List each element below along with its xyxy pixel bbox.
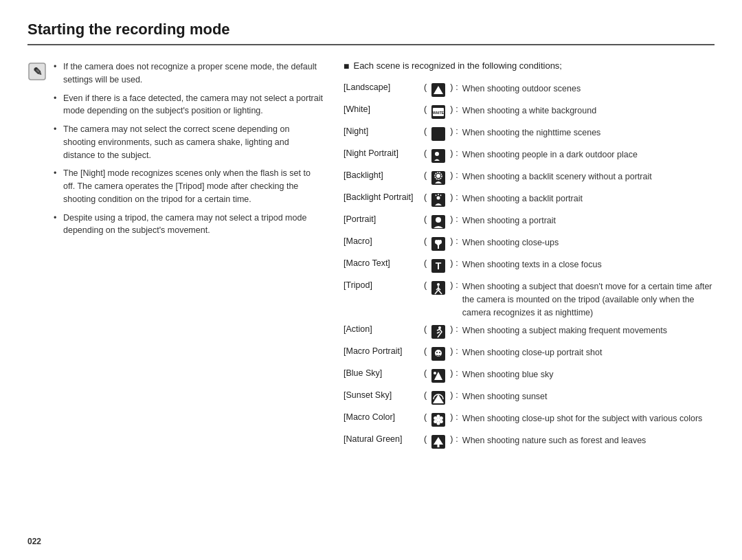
scene-description: When shooting blue sky	[462, 366, 715, 388]
note-item: The [Night] mode recognizes scenes only …	[54, 167, 323, 205]
list-item: [White](WHITE):When shooting a white bac…	[344, 102, 715, 124]
svg-point-39	[439, 352, 440, 353]
svg-point-49	[440, 420, 443, 423]
list-item: [Macro Portrait]():When shooting close-u…	[344, 344, 715, 366]
list-item: [Blue Sky]():When shooting blue sky	[344, 366, 715, 388]
scene-label: [Sunset Sky]	[344, 388, 423, 410]
scene-mode-icon	[428, 80, 449, 102]
scene-mode-icon	[428, 124, 449, 146]
scene-mode-icon	[428, 212, 449, 234]
scene-mode-icon	[428, 278, 449, 322]
scene-description: When shooting close-ups	[462, 234, 715, 256]
list-item: [Backlight]():When shooting a backlit sc…	[344, 168, 715, 190]
scene-description: When shooting a white background	[462, 102, 715, 124]
note-item: Despite using a tripod, the camera may n…	[54, 212, 323, 238]
scene-label: [Natural Green]	[344, 432, 423, 453]
right-column: ■ Each scene is recognized in the follow…	[344, 60, 715, 453]
list-item: [Natural Green]():When shooting nature s…	[344, 432, 715, 453]
svg-rect-24	[438, 245, 439, 249]
svg-line-16	[440, 195, 441, 197]
scene-label: [Backlight Portrait]	[344, 190, 423, 212]
scene-label: [Macro Color]	[344, 410, 423, 432]
svg-point-28	[437, 283, 440, 286]
scene-description: When shooting nature such as forest and …	[462, 432, 715, 453]
list-item: [Portrait]():When shooting a portrait	[344, 212, 715, 234]
list-item: [Night Portrait]():When shooting people …	[344, 146, 715, 168]
list-item: [Macro Color]():When shooting close-up s…	[344, 410, 715, 432]
svg-point-48	[440, 416, 443, 420]
scene-description: When shooting a backlit portrait	[462, 190, 715, 212]
list-item: [Action]():When shooting a subject makin…	[344, 322, 715, 344]
svg-point-23	[439, 240, 442, 244]
list-item: [Tripod]():When shooting a subject that …	[344, 278, 715, 322]
svg-point-11	[436, 174, 440, 178]
svg-text:T: T	[436, 260, 442, 271]
scene-description: When shooting close-up portrait shot	[462, 344, 715, 366]
list-item: [Macro Text](T):When shooting texts in a…	[344, 256, 715, 278]
scene-label: [Landscape]	[344, 80, 423, 102]
scene-label: [Night Portrait]	[344, 146, 423, 168]
svg-point-22	[435, 240, 438, 244]
note-item: The camera may not select the correct sc…	[54, 123, 323, 161]
scene-mode-icon	[428, 322, 449, 344]
page-number: 022	[27, 537, 41, 546]
left-column: ✎ If the camera does not recognize a pro…	[27, 60, 323, 453]
svg-point-47	[437, 415, 440, 418]
scene-description: When shooting a portrait	[462, 212, 715, 234]
scene-description: When shooting sunset	[462, 388, 715, 410]
svg-rect-55	[438, 445, 440, 447]
note-item: Even if there is a face detected, the ca…	[54, 92, 323, 118]
scene-label: [Action]	[344, 322, 423, 344]
list-item: [Night]():When shooting the nighttime sc…	[344, 124, 715, 146]
scene-label: [Blue Sky]	[344, 366, 423, 388]
section-header-text: Each scene is recognized in the followin…	[353, 60, 562, 71]
svg-point-42	[434, 372, 436, 374]
scene-label: [Tripod]	[344, 278, 423, 322]
svg-point-51	[434, 420, 437, 423]
scene-label: [Macro Portrait]	[344, 344, 423, 366]
scene-label: [Portrait]	[344, 212, 423, 234]
section-header: ■ Each scene is recognized in the follow…	[344, 60, 715, 71]
svg-point-19	[436, 217, 441, 223]
scene-label: [Macro]	[344, 234, 423, 256]
list-item: [Landscape]():When shooting outdoor scen…	[344, 80, 715, 102]
scene-description: When shooting the nighttime scenes	[462, 124, 715, 146]
svg-line-17	[436, 195, 436, 197]
svg-point-38	[436, 352, 438, 353]
svg-rect-7	[431, 127, 445, 141]
scene-label: [White]	[344, 102, 423, 124]
scene-mode-icon	[428, 168, 449, 190]
svg-point-14	[437, 197, 440, 200]
svg-point-50	[437, 422, 440, 425]
svg-point-52	[434, 416, 437, 420]
scene-description: When shooting people in a dark outdoor p…	[462, 146, 715, 168]
scene-description: When shooting a backlit scenery without …	[462, 168, 715, 190]
scene-mode-icon	[428, 388, 449, 410]
scene-mode-icon	[428, 344, 449, 366]
scene-description: When shooting outdoor scenes	[462, 80, 715, 102]
note-icon: ✎	[27, 62, 47, 81]
note-list: If the camera does not recognize a prope…	[54, 60, 323, 243]
list-item: [Backlight Portrait]():When shooting a b…	[344, 190, 715, 212]
page-title: Starting the recording mode	[27, 21, 715, 45]
scene-mode-icon	[428, 234, 449, 256]
black-square-icon: ■	[344, 60, 349, 71]
scene-mode-icon	[428, 410, 449, 432]
scene-list: [Landscape]():When shooting outdoor scen…	[344, 80, 715, 453]
scene-description: When shooting close-up shot for the subj…	[462, 410, 715, 432]
scene-mode-icon	[428, 190, 449, 212]
scene-label: [Macro Text]	[344, 256, 423, 278]
svg-text:WHITE: WHITE	[433, 111, 445, 115]
svg-text:✎: ✎	[33, 66, 42, 78]
scene-mode-icon	[428, 432, 449, 453]
list-item: [Macro]():When shooting close-ups	[344, 234, 715, 256]
scene-label: [Night]	[344, 124, 423, 146]
scene-mode-icon: T	[428, 256, 449, 278]
scene-description: When shooting a subject that doesn't mov…	[462, 278, 715, 322]
scene-description: When shooting texts in a close focus	[462, 256, 715, 278]
scene-mode-icon	[428, 366, 449, 388]
scene-mode-icon: WHITE	[428, 102, 449, 124]
scene-mode-icon	[428, 146, 449, 168]
scene-description: When shooting a subject making frequent …	[462, 322, 715, 344]
svg-point-9	[435, 152, 439, 156]
